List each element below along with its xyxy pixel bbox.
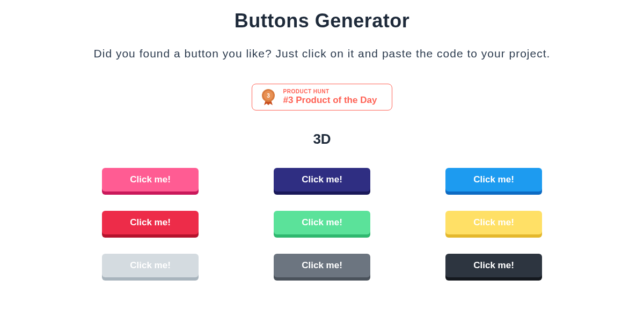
demo-button-5[interactable]: Click me! bbox=[274, 211, 370, 234]
demo-button-8[interactable]: Click me! bbox=[274, 254, 370, 277]
demo-button-9[interactable]: Click me! bbox=[445, 254, 542, 277]
demo-button-4[interactable]: Click me! bbox=[102, 211, 199, 234]
demo-button-2[interactable]: Click me! bbox=[274, 168, 370, 192]
button-grid: Click me!Click me!Click me!Click me!Clic… bbox=[0, 168, 644, 277]
medal-icon: 3 bbox=[260, 89, 277, 106]
product-hunt-rank: #3 Product of the Day bbox=[283, 95, 377, 106]
demo-button-6[interactable]: Click me! bbox=[445, 211, 542, 234]
page-title: Buttons Generator bbox=[0, 10, 644, 32]
demo-button-1[interactable]: Click me! bbox=[102, 168, 199, 192]
svg-text:3: 3 bbox=[267, 93, 270, 99]
product-hunt-badge[interactable]: 3 PRODUCT HUNT #3 Product of the Day bbox=[252, 84, 393, 111]
demo-button-7[interactable]: Click me! bbox=[102, 254, 199, 277]
page-subtitle: Did you found a button you like? Just cl… bbox=[0, 47, 644, 60]
demo-button-3[interactable]: Click me! bbox=[445, 168, 542, 192]
section-title-3d: 3D bbox=[0, 131, 644, 148]
product-hunt-label: PRODUCT HUNT bbox=[283, 89, 377, 95]
